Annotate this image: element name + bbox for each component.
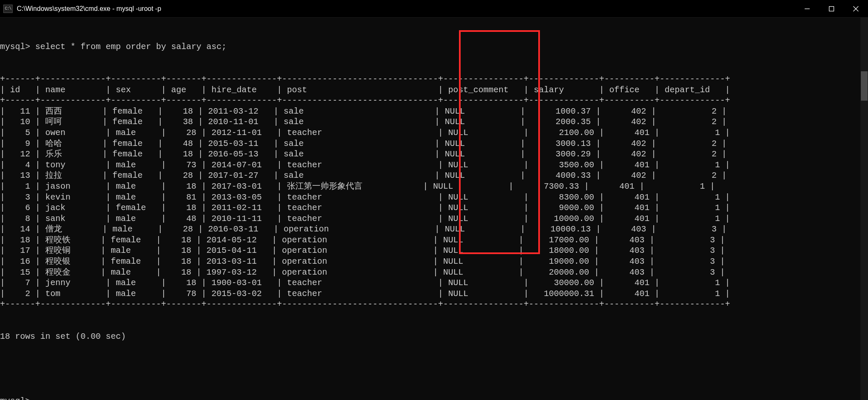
- window-titlebar: C:\ C:\Windows\system32\cmd.exe - mysql …: [0, 0, 868, 18]
- table-row: | 9 | 哈哈 | female | 48 | 2015-03-11 | sa…: [0, 138, 868, 149]
- scrollbar-thumb[interactable]: [861, 71, 868, 101]
- table-row: | 11 | 西西 | female | 18 | 2011-03-12 | s…: [0, 106, 868, 117]
- table-header-row: | id | name | sex | age | hire_date | po…: [0, 85, 868, 96]
- svg-rect-1: [829, 6, 834, 11]
- table-row: | 1 | jason | male | 18 | 2017-03-01 | 张…: [0, 181, 868, 192]
- table-row: | 5 | owen | male | 28 | 2012-11-01 | te…: [0, 127, 868, 138]
- table-row: | 12 | 乐乐 | female | 18 | 2016-05-13 | s…: [0, 149, 868, 160]
- query-line: mysql> select * from emp order by salary…: [0, 42, 868, 52]
- table-row: | 13 | 拉拉 | female | 28 | 2017-01-27 | s…: [0, 170, 868, 181]
- table-row: | 17 | 程咬铜 | male | 18 | 2015-04-11 | op…: [0, 245, 868, 256]
- blank-line: [0, 364, 868, 374]
- table-row: | 18 | 程咬铁 | female | 18 | 2014-05-12 | …: [0, 235, 868, 246]
- table-row: | 15 | 程咬金 | male | 18 | 1997-03-12 | op…: [0, 267, 868, 278]
- mysql-prompt-idle: mysql>: [0, 396, 868, 400]
- table-row: | 8 | sank | male | 48 | 2010-11-11 | te…: [0, 213, 868, 224]
- table-row: | 7 | jenny | male | 18 | 1900-03-01 | t…: [0, 278, 868, 288]
- table-row: | 4 | tony | male | 73 | 2014-07-01 | te…: [0, 160, 868, 171]
- titlebar-left: C:\ C:\Windows\system32\cmd.exe - mysql …: [0, 5, 161, 13]
- table-border-bottom: +------+-------------+----------+-------…: [0, 299, 868, 310]
- sql-query: select * from emp order by salary asc;: [35, 42, 227, 52]
- table-border-top: +------+-------------+----------+-------…: [0, 74, 868, 85]
- table-row: | 3 | kevin | male | 81 | 2013-03-05 | t…: [0, 192, 868, 203]
- rows-summary: 18 rows in set (0.00 sec): [0, 331, 868, 342]
- vertical-scrollbar[interactable]: [860, 18, 868, 400]
- result-table: +------+-------------+----------+-------…: [0, 74, 868, 310]
- table-row: | 16 | 程咬银 | female | 18 | 2013-03-11 | …: [0, 256, 868, 267]
- titlebar-controls: [795, 0, 868, 17]
- table-row: | 6 | jack | female | 18 | 2011-02-11 | …: [0, 203, 868, 213]
- terminal-output[interactable]: mysql> select * from emp order by salary…: [0, 18, 868, 400]
- window-title: C:\Windows\system32\cmd.exe - mysql -uro…: [17, 5, 161, 13]
- close-button[interactable]: [844, 0, 868, 17]
- cmd-icon: C:\: [3, 5, 13, 13]
- table-row: | 10 | 呵呵 | female | 38 | 2010-11-01 | s…: [0, 117, 868, 127]
- mysql-prompt: mysql>: [0, 42, 30, 52]
- table-border-mid: +------+-------------+----------+-------…: [0, 95, 868, 106]
- table-row: | 14 | 僧龙 | male | 28 | 2016-03-11 | ope…: [0, 224, 868, 235]
- minimize-button[interactable]: [795, 0, 819, 17]
- table-row: | 2 | tom | male | 78 | 2015-03-02 | tea…: [0, 288, 868, 299]
- maximize-button[interactable]: [819, 0, 844, 17]
